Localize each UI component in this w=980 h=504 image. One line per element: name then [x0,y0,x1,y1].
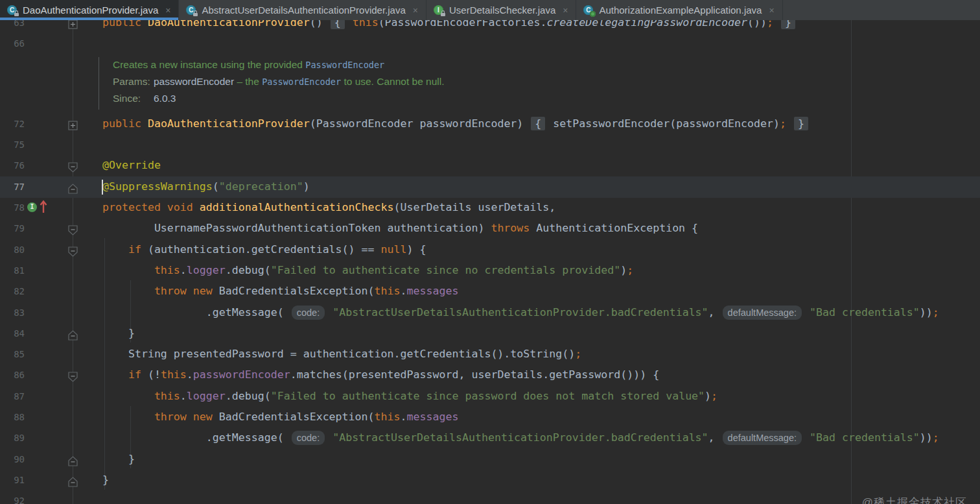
line-number: 92 [0,490,25,504]
code-token: )) [920,306,933,318]
tab-label: AbstractUserDetailsAuthenticationProvide… [202,5,405,16]
code-line-72[interactable]: 72 public DaoAuthenticationProvider(Pass… [0,114,980,135]
tab-label: AuthorizationExampleApplication.java [599,5,762,16]
tab-AbstractUserDetailsAuthenticationProvider.java[interactable]: CAbstractUserDetailsAuthenticationProvid… [179,0,426,20]
line-number: 72 [0,114,25,134]
code-line-82[interactable]: 82 throw new BadCredentialsException(thi… [0,281,980,302]
code-line-81[interactable]: 81 this.logger.debug("Failed to authenti… [0,260,980,282]
code-token: messages [407,411,459,423]
line-number: 77 [0,176,25,197]
code-token: { [531,117,545,130]
code-text: String presentedPassword = authenticatio… [76,344,581,365]
tab-close-icon[interactable]: × [413,6,418,15]
code-token: throw new [76,285,213,297]
code-line-88[interactable]: 88 throw new BadCredentialsException(thi… [0,407,980,428]
ide-window: CDaoAuthenticationProvider.java×CAbstrac… [0,0,980,504]
watermark-text: @稀土掘金技术社区 [862,495,967,504]
doc-params: Params:passwordEncoder – the PasswordEnc… [113,73,445,90]
tab-close-icon[interactable]: × [563,6,568,15]
code-token: .getMessage( [76,306,290,318]
inline-parameter-hint: defaultMessage: [723,431,802,445]
code-line-92[interactable]: 92 [0,490,980,504]
code-text: public DaoAuthenticationProvider(Passwor… [76,114,810,134]
line-number: 80 [0,239,25,260]
code-token: } [794,117,808,130]
code-line-63[interactable]: 63 public DaoAuthenticationProvider() { … [0,20,980,34]
inline-parameter-hint: code: [292,306,325,320]
overrides-method-icon[interactable] [39,199,48,215]
code-line-66[interactable]: 66 [0,33,980,54]
code-line-84[interactable]: 84 } [0,323,980,344]
code-line-91[interactable]: 91 } [0,470,980,491]
line-number: 87 [0,386,25,407]
inline-parameter-hint: code: [292,431,325,445]
code-token: ) [620,264,627,276]
code-line-78[interactable]: 78I protected void additionalAuthenticat… [0,197,980,219]
rendered-javadoc: Creates a new instance using the provide… [0,54,980,114]
code-token: . [401,411,407,423]
code-token: "AbstractUserDetailsAuthenticationProvid… [326,306,708,318]
code-token [786,117,793,130]
code-text: } [76,470,109,490]
code-line-76[interactable]: 76 @Override [0,155,980,176]
code-token: (PasswordEncoderFactories. [379,20,547,29]
line-number: 84 [0,323,25,344]
code-token: "Bad credentials" [803,306,920,318]
code-line-89[interactable]: 89 .getMessage( code: "AbstractUserDetai… [0,427,980,449]
code-token: BadCredentialsException( [213,411,375,423]
code-line-86[interactable]: 86 if (!this.passwordEncoder.matches(pre… [0,365,980,386]
code-token: UsernamePasswordAuthenticationToken auth… [76,222,491,234]
code-line-79[interactable]: 79 UsernamePasswordAuthenticationToken a… [0,218,980,239]
code-token: () [310,20,329,29]
tab-close-icon[interactable]: × [769,6,774,15]
code-token: . [180,264,187,276]
line-number: 88 [0,407,25,427]
code-token: setPasswordEncoder(passwordEncoder) [546,117,780,130]
code-token: ; [780,117,786,130]
code-text: public DaoAuthenticationProvider() { thi… [76,20,797,33]
code-token: .matches(presentedPassword, userDetails.… [290,368,659,381]
code-token: (! [141,368,161,381]
tab-AuthorizationExampleApplication.java[interactable]: CAuthorizationExampleApplication.java× [576,0,782,20]
code-token: ) { [407,243,426,256]
code-token: public [76,20,148,29]
code-line-90[interactable]: 90 } [0,449,980,470]
line-number: 89 [0,427,25,448]
code-token: this [76,390,180,402]
code-line-75[interactable]: 75 [0,134,980,156]
tab-DaoAuthenticationProvider.java[interactable]: CDaoAuthenticationProvider.java× [0,0,179,20]
code-token: createDelegatingPasswordEncoder [546,20,747,29]
code-text: throw new BadCredentialsException(this.m… [76,407,458,427]
code-token: . [401,285,407,297]
implements-method-icon[interactable]: I [27,202,37,212]
code-text: this.logger.debug("Failed to authenticat… [76,386,718,407]
code-token: messages [407,285,459,297]
code-line-83[interactable]: 83 .getMessage( code: "AbstractUserDetai… [0,302,980,324]
code-editor[interactable]: 63 public DaoAuthenticationProvider() { … [0,20,980,504]
code-line-77[interactable]: 77 @SuppressWarnings("deprecation") [0,176,980,198]
code-token: ; [767,20,773,29]
tab-label: UserDetailsChecker.java [449,5,555,16]
line-number: 78 [0,197,25,218]
code-token: logger [187,390,226,402]
tab-close-icon[interactable]: × [165,6,170,15]
code-token: } [781,20,795,29]
code-token: this [76,264,180,276]
doc-since-label: Since: [113,90,154,107]
code-line-85[interactable]: 85 String presentedPassword = authentica… [0,344,980,365]
doc-param-name: passwordEncoder [154,76,234,87]
tab-UserDetailsChecker.java[interactable]: IUserDetailsChecker.java× [426,0,576,20]
doc-code-link[interactable]: PasswordEncoder [262,77,341,87]
code-line-87[interactable]: 87 this.logger.debug("Failed to authenti… [0,386,980,407]
code-token: throw new [76,411,213,423]
line-number: 75 [0,134,25,155]
code-line-80[interactable]: 80 if (authentication.getCredentials() =… [0,239,980,261]
code-token: null [381,243,407,256]
doc-code-link[interactable]: PasswordEncoder [305,60,384,70]
line-number: 83 [0,302,25,323]
line-number: 90 [0,449,25,470]
code-token: . [187,368,193,381]
code-token: "Failed to authenticate since password d… [271,390,705,402]
code-token: BadCredentialsException( [213,285,375,297]
code-text: } [76,449,135,470]
